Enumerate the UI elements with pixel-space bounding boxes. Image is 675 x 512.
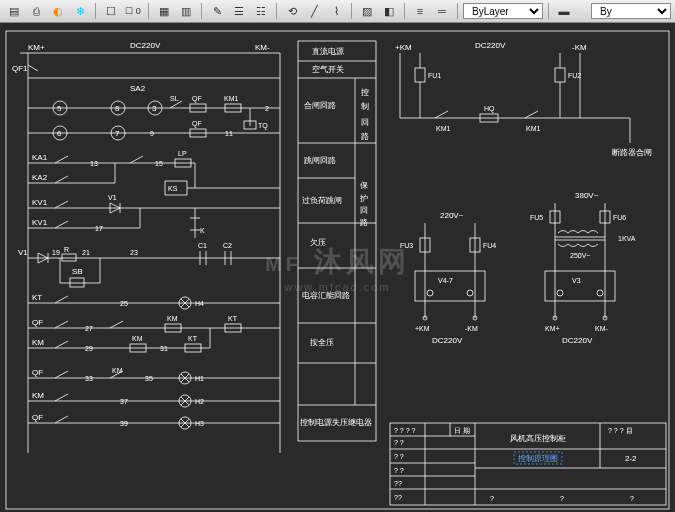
svg-line-41	[55, 156, 68, 163]
svg-text:QF1: QF1	[12, 64, 28, 73]
svg-text:15: 15	[155, 160, 163, 167]
svg-text:FU4: FU4	[483, 242, 496, 249]
svg-line-50	[55, 176, 68, 183]
svg-text:回: 回	[360, 206, 368, 215]
function-table: 直流电源 空气开关 合闸回路 控制回路 跳闸回路 过负荷跳闸 保护回路 欠压 电…	[298, 41, 376, 441]
svg-rect-179	[555, 68, 565, 82]
svg-line-62	[55, 221, 68, 228]
svg-text:风机高压控制柜: 风机高压控制柜	[510, 434, 566, 443]
svg-text:??: ??	[394, 494, 402, 501]
color-icon[interactable]: ◐	[48, 1, 68, 21]
svg-text:V1: V1	[108, 194, 117, 201]
layer0-icon[interactable]: ☐ 0	[123, 1, 143, 21]
svg-text:C1: C1	[198, 242, 207, 249]
svg-line-107	[55, 341, 68, 348]
lineweight-icon[interactable]: ═	[432, 1, 452, 21]
svg-text:QF: QF	[192, 95, 202, 103]
layer-prev-icon[interactable]: ⟲	[282, 1, 302, 21]
right-mid-left: 220V~ FU3 FU4 V4-7 +KM -KM DC220V	[400, 211, 496, 345]
svg-text:21: 21	[82, 249, 90, 256]
svg-text:220V~: 220V~	[440, 211, 464, 220]
square-icon[interactable]: ☐	[101, 1, 121, 21]
line-icon[interactable]: ╱	[304, 1, 324, 21]
svg-point-201	[427, 290, 433, 296]
svg-text:LP: LP	[178, 150, 187, 157]
svg-text:QF: QF	[192, 120, 202, 128]
svg-line-21	[170, 101, 182, 108]
svg-text:17: 17	[95, 225, 103, 232]
right-top-circuit: +KM DC220V -KM FU1 FU2 KM1 HQ KM1 断路器合闸	[395, 41, 652, 157]
svg-text:KM1: KM1	[436, 125, 451, 132]
svg-text:R: R	[64, 246, 69, 253]
svg-text:9: 9	[150, 130, 154, 137]
svg-text:2: 2	[265, 105, 269, 112]
vp2-icon[interactable]: ▥	[176, 1, 196, 21]
svg-line-184	[435, 111, 448, 118]
svg-text:路: 路	[361, 132, 369, 141]
svg-text:日 期: 日 期	[454, 427, 470, 434]
hatch-icon[interactable]: ▨	[357, 1, 377, 21]
svg-text:3: 3	[152, 104, 157, 113]
svg-line-43	[130, 156, 143, 163]
svg-text:断路器合闸: 断路器合闸	[612, 148, 652, 157]
freeze-icon[interactable]: ❄	[70, 1, 90, 21]
svg-text:? ?: ? ?	[394, 453, 404, 460]
svg-text:?: ?	[630, 495, 634, 502]
svg-point-222	[597, 290, 603, 296]
color2-icon[interactable]: ▬	[554, 1, 574, 21]
svg-text:SB: SB	[72, 267, 83, 276]
list2-icon[interactable]: ☷	[251, 1, 271, 21]
svg-line-128	[55, 394, 68, 401]
svg-text:??: ??	[394, 480, 402, 487]
svg-text:8: 8	[115, 104, 120, 113]
svg-line-6	[28, 65, 38, 71]
svg-text:KT: KT	[228, 315, 238, 322]
svg-text:6: 6	[57, 129, 62, 138]
drawing-canvas[interactable]: KM+ DC220V KM- QF1 SA2 5 8 3 SL QF KM1 2…	[0, 23, 675, 512]
svg-text:KM: KM	[32, 391, 44, 400]
svg-text:DC220V: DC220V	[562, 336, 593, 345]
layer-icon[interactable]: ▤	[4, 1, 24, 21]
svg-line-98	[55, 321, 68, 328]
svg-text:FU3: FU3	[400, 242, 413, 249]
layer-color-select[interactable]: ByLayer	[463, 3, 543, 19]
grad-icon[interactable]: ◧	[379, 1, 399, 21]
svg-rect-175	[415, 68, 425, 82]
svg-text:H4: H4	[195, 300, 204, 307]
svg-text:2-2: 2-2	[625, 454, 637, 463]
svg-text:回: 回	[361, 118, 369, 127]
svg-rect-219	[545, 271, 615, 301]
linetype-icon[interactable]: ≡	[410, 1, 430, 21]
svg-text:V3: V3	[572, 277, 581, 284]
svg-text:控制原理图: 控制原理图	[518, 454, 558, 463]
list-icon[interactable]: ☰	[229, 1, 249, 21]
svg-text:V4-7: V4-7	[438, 277, 453, 284]
svg-text:35: 35	[145, 375, 153, 382]
svg-text:路: 路	[360, 218, 368, 227]
svg-text:11: 11	[225, 130, 233, 137]
svg-text:+KM: +KM	[415, 325, 430, 332]
svg-point-202	[467, 290, 473, 296]
print-icon[interactable]: ⎙	[26, 1, 46, 21]
left-circuit: KM+ DC220V KM- QF1 SA2 5 8 3 SL QF KM1 2…	[12, 41, 280, 453]
right-mid-right: 380V~ FU5 FU6 1KVA 250V~ V3 KM+ KM- DC22…	[530, 191, 636, 345]
match-icon[interactable]: ✎	[207, 1, 227, 21]
svg-text:? ?: ? ?	[394, 439, 404, 446]
svg-text:13: 13	[90, 160, 98, 167]
svg-text:23: 23	[130, 249, 138, 256]
svg-text:29: 29	[85, 345, 93, 352]
svg-text:K: K	[200, 227, 205, 234]
svg-text:欠压: 欠压	[310, 238, 326, 247]
style-select[interactable]: By	[591, 3, 671, 19]
svg-text:QF: QF	[32, 318, 43, 327]
svg-text:DC220V: DC220V	[130, 41, 161, 50]
svg-line-136	[55, 416, 68, 423]
pline-icon[interactable]: ⌇	[326, 1, 346, 21]
svg-text:37: 37	[120, 398, 128, 405]
svg-text:空气开关: 空气开关	[312, 65, 344, 74]
svg-text:KM1: KM1	[526, 125, 541, 132]
svg-text:按全压: 按全压	[310, 338, 334, 347]
svg-text:FU5: FU5	[530, 214, 543, 221]
svg-text:FU6: FU6	[613, 214, 626, 221]
vp-icon[interactable]: ▦	[154, 1, 174, 21]
